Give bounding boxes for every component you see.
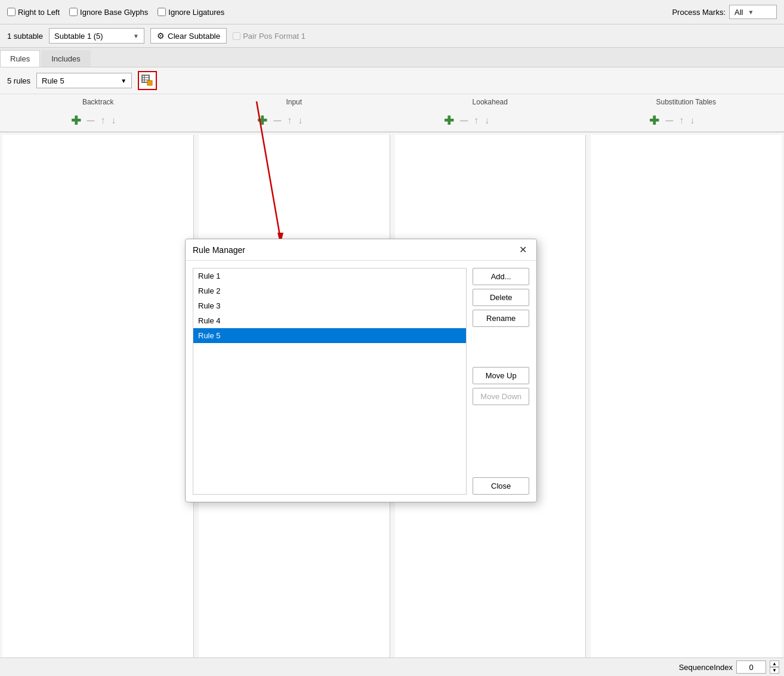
backtrack-toolbar: ✚ ─ ↑ ↓ [0,112,187,129]
backtrack-down-button[interactable]: ↓ [109,114,118,127]
substitution-data-col [591,135,782,674]
lookahead-toolbar: ✚ ─ ↑ ↓ [374,112,560,129]
input-toolbar: ✚ ─ ↑ ↓ [187,112,374,129]
pair-pos-checkbox[interactable] [233,32,240,40]
process-marks-value: All [734,8,743,17]
process-marks-dropdown-icon: ▼ [748,9,754,16]
svg-rect-4 [147,81,152,85]
move-up-button[interactable]: Move Up [473,367,529,384]
rules-count-label: 5 rules [7,76,30,85]
columns-header: Backtrack Input Lookahead Substitution T… [0,94,784,110]
tab-rules[interactable]: Rules [0,50,40,67]
table-icon [141,75,153,87]
ignore-base-glyphs-checkbox-label[interactable]: Ignore Base Glyphs [69,8,148,17]
toolbar-row: ✚ ─ ↑ ↓ ✚ ─ ↑ ↓ ✚ ─ ↑ ↓ ✚ ─ ↑ ↓ [0,110,784,132]
dialog-buttons: Add... Delete Rename Move Up Move Down C… [473,268,529,495]
input-remove-button[interactable]: ─ [271,113,283,128]
backtrack-data-col [2,135,194,674]
substitution-down-button[interactable]: ↓ [688,114,696,127]
ignore-base-glyphs-label: Ignore Base Glyphs [80,8,148,17]
list-item-selected[interactable]: Rule 5 [193,328,466,343]
right-to-left-label: Right to Left [18,8,60,17]
delete-button[interactable]: Delete [473,289,529,306]
move-down-button[interactable]: Move Down [473,388,529,405]
subtable-select[interactable]: Subtable 1 (5) ▼ [49,28,144,44]
col-substitution-header: Substitution Tables [588,97,785,107]
rules-header: 5 rules Rule 5 ▼ [0,67,784,94]
subtable-bar: 1 subtable Subtable 1 (5) ▼ ⚙ Clear Subt… [0,24,784,48]
lookahead-down-button[interactable]: ↓ [483,114,491,127]
lookahead-remove-button[interactable]: ─ [458,113,470,128]
dialog-close-button[interactable]: ✕ [517,244,529,255]
dialog-titlebar: Rule Manager ✕ [186,239,536,261]
list-item[interactable]: Rule 2 [193,283,466,298]
clear-subtable-button[interactable]: ⚙ Clear Subtable [150,28,227,44]
substitution-up-button[interactable]: ↑ [677,114,686,127]
tabs-bar: Rules Includes [0,48,784,67]
ignore-base-glyphs-checkbox[interactable] [69,8,78,16]
spinner-down-button[interactable]: ▼ [770,667,779,674]
rule-manager-icon-button[interactable] [138,71,157,90]
close-button[interactable]: Close [473,477,529,495]
process-marks-group: Process Marks: All ▼ [672,5,777,19]
list-item[interactable]: Rule 1 [193,268,466,283]
subtable-count-label: 1 subtable [7,32,43,41]
rule-select-value: Rule 5 [42,76,64,85]
lookahead-add-button[interactable]: ✚ [442,112,456,129]
spinner-up-button[interactable]: ▲ [770,660,779,667]
button-spacer [473,331,529,363]
list-item[interactable]: Rule 4 [193,313,466,328]
subtable-dropdown-icon: ▼ [133,33,139,39]
col-lookahead-header: Lookahead [392,97,588,107]
ignore-ligatures-checkbox[interactable] [158,8,166,16]
dialog-title: Rule Manager [193,245,245,255]
substitution-toolbar: ✚ ─ ↑ ↓ [560,112,784,129]
ignore-ligatures-checkbox-label[interactable]: Ignore Ligatures [158,8,224,17]
bottom-bar: SequenceIndex ▲ ▼ [0,658,784,676]
sequence-index-group: SequenceIndex ▲ ▼ [679,660,779,674]
backtrack-remove-button[interactable]: ─ [85,113,97,128]
top-bar: Right to Left Ignore Base Glyphs Ignore … [0,0,784,24]
subtable-value: Subtable 1 (5) [54,32,103,41]
tab-includes[interactable]: Includes [41,50,90,67]
dialog-body: Rule 1 Rule 2 Rule 3 Rule 4 Rule 5 Add..… [186,261,536,502]
gear-icon: ⚙ [157,31,165,41]
rule-dropdown-icon: ▼ [121,78,126,84]
substitution-remove-button[interactable]: ─ [663,113,675,128]
process-marks-select[interactable]: All ▼ [729,5,777,19]
lookahead-up-button[interactable]: ↑ [472,114,480,127]
sequence-index-input[interactable] [736,660,766,674]
rule-list[interactable]: Rule 1 Rule 2 Rule 3 Rule 4 Rule 5 [193,268,467,495]
substitution-add-button[interactable]: ✚ [647,112,661,129]
right-to-left-checkbox-label[interactable]: Right to Left [7,8,60,17]
rule-manager-dialog: Rule Manager ✕ Rule 1 Rule 2 Rule 3 Rule… [185,239,537,502]
list-item[interactable]: Rule 3 [193,298,466,313]
sequence-index-label: SequenceIndex [679,663,733,672]
backtrack-up-button[interactable]: ↑ [98,114,107,127]
right-to-left-checkbox[interactable] [7,8,16,16]
col-input-header: Input [196,97,393,107]
backtrack-add-button[interactable]: ✚ [69,112,83,129]
button-spacer-2 [473,409,529,474]
ignore-ligatures-label: Ignore Ligatures [168,8,224,17]
rule-select[interactable]: Rule 5 ▼ [36,73,132,88]
pair-pos-text: Pair Pos Format 1 [243,32,305,41]
rename-button[interactable]: Rename [473,310,529,327]
input-add-button[interactable]: ✚ [255,112,269,129]
pair-pos-label[interactable]: Pair Pos Format 1 [233,32,305,41]
sequence-index-spinner: ▲ ▼ [770,660,779,674]
input-up-button[interactable]: ↑ [285,114,294,127]
clear-subtable-label: Clear Subtable [168,32,220,41]
input-down-button[interactable]: ↓ [296,114,304,127]
process-marks-label: Process Marks: [672,8,726,17]
add-button[interactable]: Add... [473,268,529,285]
col-backtrack-header: Backtrack [0,97,196,107]
